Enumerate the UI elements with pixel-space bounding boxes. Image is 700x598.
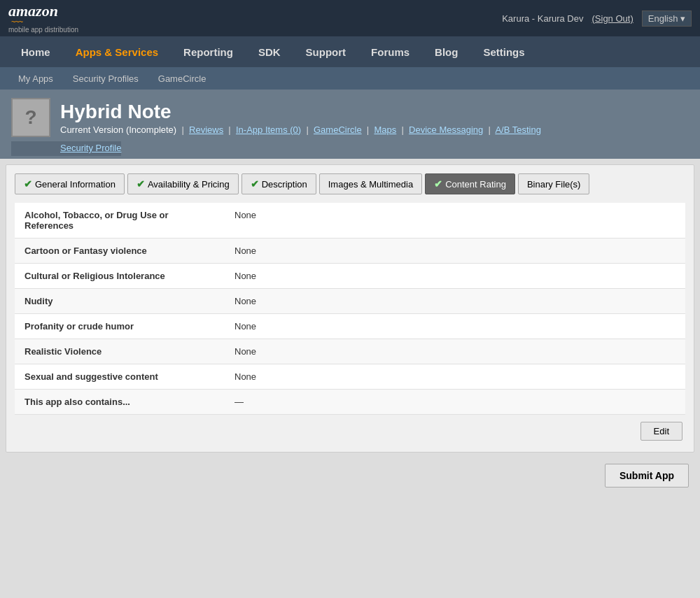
sub-nav-my-apps[interactable]: My Apps bbox=[8, 67, 63, 90]
nav-bar: Home Apps & Services Reporting SDK Suppo… bbox=[0, 36, 700, 67]
submit-bar: Submit App bbox=[0, 458, 700, 493]
tab-images-label: Images & Multimedia bbox=[328, 179, 413, 190]
table-row: Alcohol, Tobacco, or Drug Use or Referen… bbox=[15, 203, 685, 239]
amazon-smile-arrow: ~~~ bbox=[11, 17, 22, 26]
app-icon: ? bbox=[11, 98, 50, 137]
nav-settings[interactable]: Settings bbox=[470, 36, 537, 67]
nav-home[interactable]: Home bbox=[8, 36, 63, 67]
content-rating-table: Alcohol, Tobacco, or Drug Use or Referen… bbox=[15, 203, 685, 415]
amazon-wordmark: amazon bbox=[8, 3, 58, 19]
nav-sdk[interactable]: SDK bbox=[246, 36, 293, 67]
app-tab-reviews[interactable]: Reviews bbox=[189, 124, 223, 135]
row-value-1: None bbox=[225, 239, 685, 264]
table-row: Realistic Violence None bbox=[15, 339, 685, 364]
sub-nav-security-profiles[interactable]: Security Profiles bbox=[63, 67, 148, 90]
table-row: Profanity or crude humor None bbox=[15, 314, 685, 339]
nav-forums[interactable]: Forums bbox=[358, 36, 422, 67]
tab-content-rating[interactable]: ✔ Content Rating bbox=[425, 173, 515, 194]
row-value-2: None bbox=[225, 264, 685, 289]
row-value-4: None bbox=[225, 314, 685, 339]
table-row: Sexual and suggestive content None bbox=[15, 364, 685, 390]
tab-content-rating-label: Content Rating bbox=[445, 179, 506, 190]
app-tab-gamecircle[interactable]: GameCircle bbox=[314, 124, 362, 135]
tab-images-multimedia[interactable]: Images & Multimedia bbox=[319, 173, 422, 194]
check-icon-content-rating: ✔ bbox=[434, 178, 442, 190]
top-right-area: Karura - Karura Dev (Sign Out) English ▾ bbox=[502, 10, 692, 27]
row-label-1: Cartoon or Fantasy violence bbox=[15, 239, 225, 264]
nav-blog[interactable]: Blog bbox=[422, 36, 470, 67]
tab-availability-pricing[interactable]: ✔ Availability & Pricing bbox=[127, 173, 239, 194]
table-row: Cultural or Religious Intolerance None bbox=[15, 264, 685, 289]
security-profile-link[interactable]: Security Profile bbox=[11, 141, 121, 156]
row-label-7: This app also contains... bbox=[15, 390, 225, 415]
content-tabs-row: ✔ General Information ✔ Availability & P… bbox=[15, 173, 685, 194]
submit-app-button[interactable]: Submit App bbox=[605, 464, 689, 487]
row-value-3: None bbox=[225, 289, 685, 314]
user-name: Karura - Karura Dev bbox=[502, 13, 583, 24]
row-label-2: Cultural or Religious Intolerance bbox=[15, 264, 225, 289]
app-header-top: ? Hybrid Note Current Version (Incomplet… bbox=[11, 98, 689, 137]
edit-button[interactable]: Edit bbox=[640, 422, 682, 441]
row-value-0: None bbox=[225, 203, 685, 239]
sub-nav-gamecircle[interactable]: GameCircle bbox=[148, 67, 216, 90]
main-content: ✔ General Information ✔ Availability & P… bbox=[6, 164, 694, 453]
bottom-bar: Edit bbox=[15, 415, 685, 443]
nav-support[interactable]: Support bbox=[293, 36, 359, 67]
table-row: Cartoon or Fantasy violence None bbox=[15, 239, 685, 264]
row-value-7: — bbox=[225, 390, 685, 415]
amazon-tagline: mobile app distribution bbox=[8, 26, 78, 34]
app-tab-inapp[interactable]: In-App Items (0) bbox=[236, 124, 301, 135]
row-label-3: Nudity bbox=[15, 289, 225, 314]
tab-description-label: Description bbox=[262, 179, 307, 190]
table-row: Nudity None bbox=[15, 289, 685, 314]
sign-out-link[interactable]: (Sign Out) bbox=[592, 13, 634, 24]
row-label-5: Realistic Violence bbox=[15, 339, 225, 364]
row-value-6: None bbox=[225, 364, 685, 390]
tab-general-information[interactable]: ✔ General Information bbox=[15, 173, 125, 194]
tab-general-label: General Information bbox=[35, 179, 115, 190]
check-icon-general: ✔ bbox=[24, 178, 32, 190]
top-bar: amazon ~~~ mobile app distribution Karur… bbox=[0, 0, 700, 36]
nav-reporting[interactable]: Reporting bbox=[171, 36, 246, 67]
check-icon-description: ✔ bbox=[251, 178, 259, 190]
amazon-logo: amazon ~~~ mobile app distribution bbox=[8, 3, 78, 34]
tab-description[interactable]: ✔ Description bbox=[241, 173, 316, 194]
tab-availability-label: Availability & Pricing bbox=[148, 179, 230, 190]
app-header: ? Hybrid Note Current Version (Incomplet… bbox=[0, 90, 700, 159]
row-label-4: Profanity or crude humor bbox=[15, 314, 225, 339]
app-version: Current Version (Incomplete) | Reviews |… bbox=[60, 124, 541, 135]
version-text: Current Version (Incomplete) bbox=[60, 124, 176, 135]
row-value-5: None bbox=[225, 339, 685, 364]
app-tab-device-messaging[interactable]: Device Messaging bbox=[409, 124, 483, 135]
app-title: Hybrid Note bbox=[60, 101, 541, 123]
app-title-area: Hybrid Note Current Version (Incomplete)… bbox=[60, 101, 541, 135]
app-tab-maps[interactable]: Maps bbox=[374, 124, 396, 135]
tab-binary-files[interactable]: Binary File(s) bbox=[518, 173, 590, 194]
tab-binary-label: Binary File(s) bbox=[527, 179, 581, 190]
language-selector[interactable]: English ▾ bbox=[642, 10, 692, 27]
sub-nav-bar: My Apps Security Profiles GameCircle bbox=[0, 67, 700, 90]
row-label-0: Alcohol, Tobacco, or Drug Use or Referen… bbox=[15, 203, 225, 239]
row-label-6: Sexual and suggestive content bbox=[15, 364, 225, 390]
table-row: This app also contains... — bbox=[15, 390, 685, 415]
app-tab-ab-testing[interactable]: A/B Testing bbox=[495, 124, 541, 135]
check-icon-availability: ✔ bbox=[136, 178, 145, 190]
nav-apps-services[interactable]: Apps & Services bbox=[63, 36, 171, 67]
